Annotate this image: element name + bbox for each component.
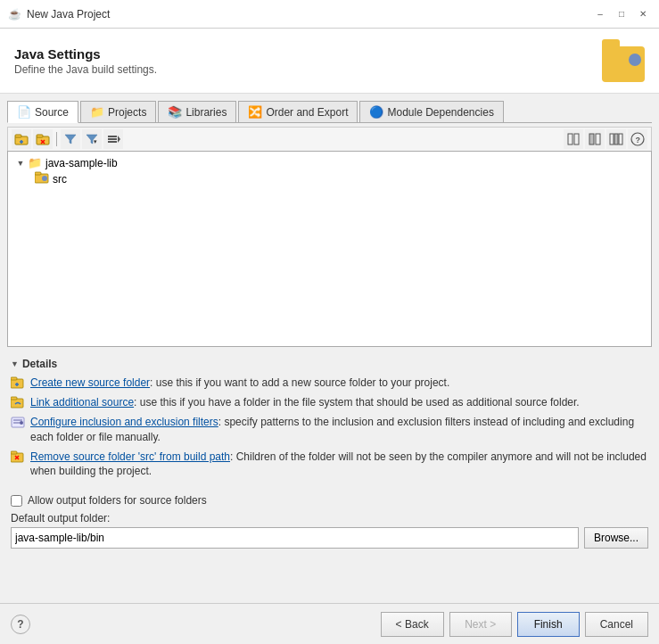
- titlebar: ☕ New Java Project – □ ✕: [0, 0, 659, 29]
- svg-rect-17: [610, 134, 614, 144]
- output-folder-label: Default output folder:: [11, 512, 648, 524]
- svg-rect-30: [11, 397, 17, 400]
- configure-filters-link[interactable]: Configure inclusion and exclusion filter…: [30, 416, 218, 428]
- svg-rect-5: [37, 135, 43, 137]
- dropdown-button[interactable]: [103, 129, 123, 149]
- create-source-icon: [11, 376, 27, 391]
- create-source-folder-text: : use this if you want to add a new sour…: [150, 376, 449, 389]
- tree-root-label: java-sample-lib: [45, 157, 118, 169]
- link-additional-source-text: : use this if you have a folder in the f…: [134, 396, 580, 409]
- toolbar-help-button[interactable]: ?: [628, 129, 647, 149]
- details-title: Details: [22, 358, 57, 370]
- svg-marker-12: [118, 136, 120, 143]
- dialog-header: Java Settings Define the Java build sett…: [0, 29, 659, 94]
- tab-libraries[interactable]: 📚 Libraries: [158, 101, 236, 122]
- details-header: ▼ Details: [11, 358, 648, 370]
- maximize-button[interactable]: □: [613, 5, 630, 23]
- dialog-title: Java Settings: [14, 46, 157, 62]
- output-section: Allow output folders for source folders …: [7, 494, 652, 549]
- tree-root-item[interactable]: ▼ 📁 java-sample-lib: [12, 155, 647, 170]
- link-additional-source-link[interactable]: Link additional source: [30, 396, 134, 409]
- project-folder-icon: 📁: [28, 156, 42, 169]
- svg-point-34: [20, 421, 23, 425]
- tab-order-label: Order and Export: [266, 106, 348, 119]
- tab-module-deps[interactable]: 🔵 Module Dependencies: [359, 101, 503, 122]
- tree-child-item-src[interactable]: src: [33, 170, 647, 187]
- finish-button[interactable]: Finish: [517, 612, 580, 637]
- tab-source[interactable]: 📄 Source: [7, 101, 78, 123]
- remove-button[interactable]: [33, 129, 53, 149]
- filter2-button[interactable]: ▾: [82, 129, 102, 149]
- detail-item-link-source: Link additional source: use this if you …: [11, 395, 648, 410]
- col-layout-3-button[interactable]: [606, 129, 626, 149]
- detail-item-remove-source: Remove source folder 'src' from build pa…: [11, 450, 648, 480]
- source-tree[interactable]: ▼ 📁 java-sample-lib src: [7, 151, 652, 347]
- create-source-folder-link[interactable]: Create new source folder: [30, 376, 150, 389]
- minimize-button[interactable]: –: [591, 5, 609, 23]
- details-section: ▼ Details Create new source folder: use …: [7, 352, 652, 489]
- tab-libraries-label: Libraries: [185, 106, 227, 119]
- svg-text:▾: ▾: [94, 138, 97, 144]
- svg-rect-14: [574, 134, 579, 144]
- output-folder-row: Browse...: [11, 527, 648, 549]
- output-checkbox-label[interactable]: Allow output folders for source folders: [28, 494, 207, 507]
- remove-source-folder-link[interactable]: Remove source folder 'src' from build pa…: [30, 450, 230, 463]
- app-icon: ☕: [7, 7, 21, 21]
- detail-item-create-source: Create new source folder: use this if yo…: [11, 376, 648, 391]
- svg-text:?: ?: [636, 136, 641, 144]
- tab-source-label: Source: [35, 106, 69, 119]
- svg-rect-9: [108, 136, 117, 137]
- dialog-body: 📄 Source 📁 Projects 📚 Libraries 🔀 Order …: [0, 94, 659, 603]
- remove-source-icon: [11, 450, 27, 465]
- tab-projects-label: Projects: [108, 106, 146, 119]
- svg-rect-13: [568, 134, 573, 144]
- tab-module-label: Module Dependencies: [387, 106, 493, 119]
- folder-icon: [602, 46, 645, 82]
- src-folder-icon: [35, 171, 49, 186]
- source-tab-icon: 📄: [17, 105, 31, 119]
- close-button[interactable]: ✕: [634, 5, 652, 23]
- next-button[interactable]: Next >: [449, 612, 512, 637]
- projects-tab-icon: 📁: [90, 105, 104, 119]
- output-checkbox[interactable]: [11, 495, 22, 507]
- tree-toolbar: ▾ ?: [7, 127, 652, 151]
- col-layout-2-button[interactable]: [585, 129, 605, 149]
- footer-right: < Back Next > Finish Cancel: [381, 612, 648, 637]
- link-source-icon: [11, 396, 27, 410]
- back-button[interactable]: < Back: [381, 612, 444, 637]
- cancel-button[interactable]: Cancel: [585, 612, 648, 637]
- col-layout-1-button[interactable]: [564, 129, 583, 149]
- dialog-subtitle: Define the Java build settings.: [14, 63, 157, 76]
- tabs-bar: 📄 Source 📁 Projects 📚 Libraries 🔀 Order …: [7, 101, 652, 123]
- header-text: Java Settings Define the Java build sett…: [14, 46, 157, 76]
- svg-rect-11: [108, 141, 117, 143]
- tab-order-export[interactable]: 🔀 Order and Export: [238, 101, 358, 122]
- details-expand-icon[interactable]: ▼: [11, 359, 19, 368]
- titlebar-controls: – □ ✕: [591, 5, 652, 23]
- svg-rect-26: [11, 377, 17, 380]
- svg-rect-23: [35, 172, 41, 175]
- module-tab-icon: 🔵: [369, 105, 383, 119]
- order-tab-icon: 🔀: [248, 105, 262, 119]
- browse-button[interactable]: Browse...: [584, 527, 648, 549]
- header-icon: [602, 39, 645, 82]
- tree-src-label: src: [53, 173, 67, 186]
- output-checkbox-row: Allow output folders for source folders: [11, 494, 648, 507]
- footer-left: ?: [11, 615, 30, 634]
- titlebar-title: New Java Project: [27, 8, 591, 21]
- svg-rect-19: [619, 134, 622, 144]
- svg-rect-36: [11, 451, 17, 454]
- add-folder-button[interactable]: [12, 129, 31, 149]
- tree-expand-icon[interactable]: ▼: [13, 159, 28, 168]
- svg-rect-18: [614, 134, 618, 144]
- tab-projects[interactable]: 📁 Projects: [80, 101, 156, 122]
- svg-point-24: [42, 176, 47, 181]
- detail-item-configure-filters: Configure inclusion and exclusion filter…: [11, 415, 648, 445]
- footer-help-button[interactable]: ?: [11, 615, 30, 634]
- libraries-tab-icon: 📚: [168, 105, 182, 119]
- filter1-button[interactable]: [61, 129, 80, 149]
- dialog-footer: ? < Back Next > Finish Cancel: [0, 603, 659, 644]
- configure-filters-icon: [11, 416, 27, 430]
- output-folder-input[interactable]: [11, 527, 579, 549]
- svg-rect-10: [108, 138, 117, 140]
